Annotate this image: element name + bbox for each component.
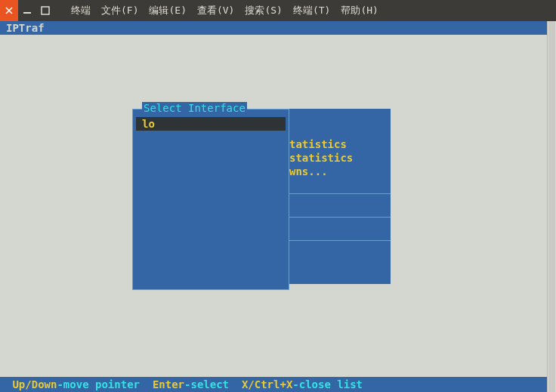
menu-terminal[interactable]: 终端 (68, 4, 94, 17)
scrollbar-thumb[interactable] (548, 21, 555, 392)
select-interface-title: Select Interface (142, 102, 247, 114)
menu-terminal2[interactable]: 终端(T) (290, 4, 333, 17)
app-title: IPTraf (0, 21, 547, 35)
main-menu-fragment: statistics (288, 151, 391, 165)
menu-search[interactable]: 搜索(S) (242, 4, 285, 17)
status-desc-move: -move pointer (57, 378, 152, 390)
menu-file[interactable]: 文件(F) (98, 4, 141, 17)
main-menu-panel: tatistics statistics wns... (288, 109, 391, 284)
close-icon[interactable] (0, 0, 18, 21)
status-key-close: X/Ctrl+X (242, 378, 292, 390)
svg-rect-0 (23, 12, 31, 14)
terminal-area: IPTraf tatistics statistics wns... Selec… (0, 21, 556, 392)
maximize-icon[interactable] (36, 0, 54, 21)
main-menu-fragment: tatistics (288, 137, 391, 151)
terminal-canvas: IPTraf tatistics statistics wns... Selec… (0, 21, 547, 392)
status-key-enter: Enter (153, 378, 184, 390)
main-menu-fragment: wns... (288, 165, 391, 178)
minimize-icon[interactable] (18, 0, 36, 21)
window-titlebar: 终端 文件(F) 编辑(E) 查看(V) 搜索(S) 终端(T) 帮助(H) (0, 0, 556, 21)
menu-separator (288, 240, 391, 241)
status-desc-close: -close list (292, 378, 363, 390)
select-interface-dialog: Select Interface lo (132, 109, 289, 290)
vertical-scrollbar[interactable] (547, 21, 556, 392)
menu-help[interactable]: 帮助(H) (338, 4, 381, 17)
menu-edit[interactable]: 编辑(E) (146, 4, 189, 17)
window-controls (0, 0, 54, 21)
status-key-updown: Up/Down (6, 378, 57, 390)
menu-view[interactable]: 查看(V) (194, 4, 237, 17)
app-menubar: 终端 文件(F) 编辑(E) 查看(V) 搜索(S) 终端(T) 帮助(H) (68, 4, 381, 17)
svg-rect-1 (42, 7, 49, 14)
interface-item-lo[interactable]: lo (136, 117, 286, 131)
status-desc-select: -select (184, 378, 242, 390)
status-bar: Up/Down-move pointer Enter-select X/Ctrl… (0, 377, 547, 392)
